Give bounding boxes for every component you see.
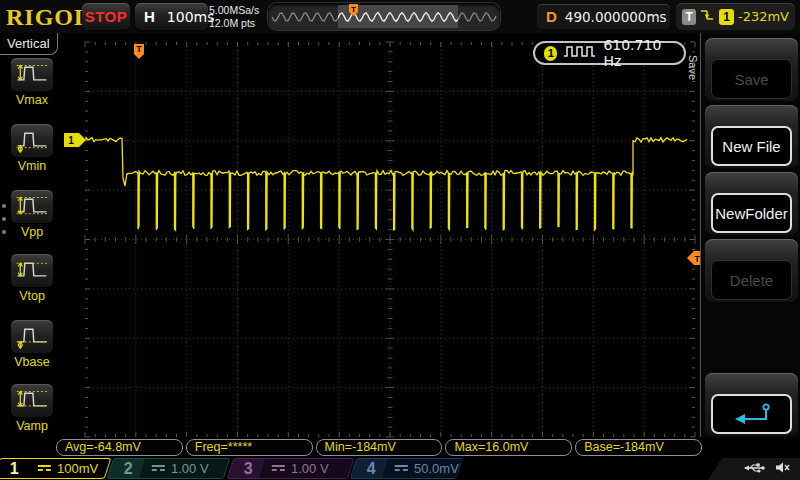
vertical-measure-menu: Vertical VmaxVminVppVtopVbaseVamp — [0, 33, 64, 447]
delete-button[interactable]: Delete — [711, 260, 792, 300]
frequency-counter: 1 610.710 Hz — [533, 41, 686, 65]
trigger-position-marker[interactable]: T — [134, 44, 144, 59]
svg-text:T: T — [136, 44, 142, 54]
channel-1-tab[interactable]: 1100mV — [0, 458, 111, 479]
measurement-max: Max=16.0mV — [445, 439, 572, 456]
vtop-button[interactable] — [11, 254, 53, 287]
graticule: T1T — [0, 0, 800, 480]
newfolder-button[interactable]: NewFolder — [711, 193, 792, 233]
channel-4-number: 4 — [354, 460, 385, 478]
dc-coupling-icon — [152, 465, 165, 473]
softkey-slot-6 — [705, 373, 798, 436]
measurement-min: Min=-184mV — [316, 439, 443, 456]
left-menu-item-vamp: Vamp — [0, 384, 64, 433]
rigol-logo: RIGOL — [6, 4, 91, 31]
timebase-display[interactable]: H 100ms — [135, 3, 208, 30]
vmax-button[interactable] — [11, 58, 53, 91]
measurement-avg: Avg=-64.8mV — [56, 439, 183, 456]
delay-value: 490.000000ms — [565, 9, 667, 25]
vpp-icon — [14, 193, 50, 220]
io-status-panel — [708, 458, 800, 480]
back-button[interactable] — [711, 394, 792, 434]
trigger-display[interactable]: T 1 -232mV — [676, 3, 795, 30]
vmin-button[interactable] — [11, 124, 53, 157]
usb-icon — [742, 460, 766, 478]
delay-display[interactable]: D 490.000000ms — [537, 4, 670, 29]
svg-text:T: T — [351, 5, 356, 14]
timebase-value: 100ms — [167, 9, 215, 25]
svg-text:1: 1 — [68, 135, 74, 146]
waveform-preview-bar[interactable]: T — [268, 3, 500, 30]
horizontal-label: H — [144, 8, 155, 25]
falling-edge-icon — [700, 8, 715, 26]
measurement-freq: Freq=***** — [186, 439, 313, 456]
vmin-icon — [14, 127, 50, 154]
measurement-bar: Avg=-64.8mVFreq=*****Min=-184mVMax=16.0m… — [56, 439, 702, 456]
measurement-base: Base=-184mV — [575, 439, 702, 456]
trigger-source-badge: 1 — [719, 9, 733, 25]
vamp-label: Vamp — [0, 419, 64, 433]
top-status-bar: RIGOL STOP H 100ms 5.00MSa/s 12.0M pts T… — [0, 0, 800, 33]
left-menu-item-vpp: Vpp — [0, 190, 64, 239]
channel-3-scale: 1.00 V — [291, 461, 329, 476]
left-menu-item-vbase: Vbase — [0, 320, 64, 369]
save-button[interactable]: Save — [711, 59, 792, 99]
square-wave-icon — [563, 44, 597, 62]
new-file-button[interactable]: New File — [711, 126, 792, 166]
softkey-slot-1: Save — [705, 38, 798, 101]
vbase-icon — [14, 323, 50, 350]
vtop-label: Vtop — [0, 289, 64, 303]
channel-1-waveform — [86, 138, 687, 230]
channel-1-level-marker[interactable]: 1 — [64, 133, 86, 147]
channel-4-tab[interactable]: 450.0mV — [350, 458, 464, 479]
channel-2-tab[interactable]: 21.00 V — [107, 458, 231, 479]
run-state-indicator: STOP — [82, 3, 130, 30]
left-menu-item-vtop: Vtop — [0, 254, 64, 303]
vmax-icon — [14, 61, 50, 88]
channel-4-scale: 50.0mV — [414, 461, 459, 476]
vmax-label: Vmax — [0, 93, 64, 107]
sample-rate: 5.00MSa/s — [209, 4, 259, 17]
return-arrow-icon — [730, 402, 774, 426]
speaker-muted-icon — [774, 460, 790, 478]
vbase-button[interactable] — [11, 320, 53, 353]
trigger-level-value: -232mV — [738, 9, 789, 24]
channel-3-number: 3 — [231, 460, 262, 478]
channel-2-number: 2 — [111, 460, 142, 478]
left-menu-item-vmax: Vmax — [0, 58, 64, 107]
dc-coupling-icon — [272, 465, 285, 473]
menu-title: Vertical — [0, 33, 58, 55]
vpp-label: Vpp — [0, 225, 64, 239]
delay-label: D — [537, 8, 565, 25]
channel-2-scale: 1.00 V — [171, 461, 209, 476]
vtop-icon — [14, 257, 50, 284]
memory-depth: 12.0M pts — [209, 17, 259, 30]
channel-3-tab[interactable]: 31.00 V — [227, 458, 355, 479]
channel-status-bar: 1100mV21.00 V31.00 V450.0mV — [0, 457, 800, 480]
vamp-icon — [14, 387, 50, 414]
vamp-button[interactable] — [11, 384, 53, 417]
menu-tab-label: Save — [687, 55, 699, 80]
softkey-slot-2: New File — [705, 105, 798, 168]
vbase-label: Vbase — [0, 355, 64, 369]
left-menu-item-vmin: Vmin — [0, 124, 64, 173]
vpp-button[interactable] — [11, 190, 53, 223]
acquisition-info: 5.00MSa/s 12.0M pts — [209, 4, 259, 29]
frequency-value: 610.710 Hz — [603, 37, 675, 69]
channel-1-scale: 100mV — [57, 461, 98, 476]
softkey-slot-3: NewFolder — [705, 172, 798, 235]
softkey-slot-4: Delete — [705, 239, 798, 302]
dc-coupling-icon — [395, 465, 408, 473]
channel-1-number: 1 — [0, 460, 28, 478]
vmin-label: Vmin — [0, 159, 64, 173]
oscilloscope-screen: T1T RIGOL STOP H 100ms 5.00MSa/s 12.0M p… — [0, 0, 800, 480]
counter-channel-badge: 1 — [544, 46, 557, 61]
dc-coupling-icon — [38, 465, 51, 473]
trigger-label: T — [682, 9, 696, 25]
save-menu: Save SaveNew FileNewFolderDelete — [700, 33, 800, 437]
